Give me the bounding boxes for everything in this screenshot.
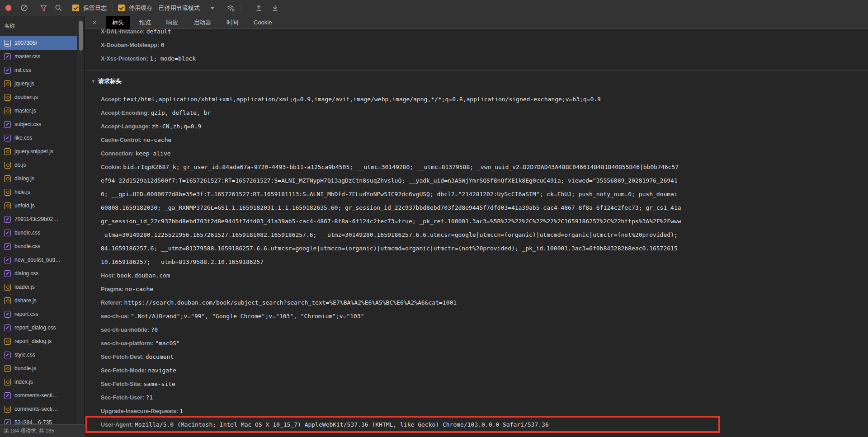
arrow-up-icon: [255, 5, 262, 11]
user-agent-header-line: User-Agent: Mozilla/5.0 (Macintosh; Inte…: [101, 418, 868, 431]
list-item[interactable]: bundle.css: [0, 226, 77, 240]
clear-button[interactable]: [20, 4, 28, 12]
request-list-pane: 名称 1007305/ master.css init.css jquery.j…: [0, 16, 85, 437]
search-icon: [55, 4, 62, 12]
list-item[interactable]: douban.js: [0, 90, 77, 104]
request-count-text: 第 184 项请求, 共 185: [4, 428, 54, 434]
list-item[interactable]: bundle.css: [0, 240, 77, 253]
list-item[interactable]: comments-secti…: [0, 402, 77, 416]
request-name: new_doulist_butt…: [14, 257, 61, 263]
filter-button[interactable]: [40, 5, 47, 12]
request-headers-section-toggle[interactable]: ▼ 请求标头: [91, 74, 122, 89]
disable-cache-checkbox[interactable]: [118, 5, 125, 11]
chevron-down-icon[interactable]: [210, 7, 215, 9]
request-list: 1007305/ master.css init.css jquery.js d…: [0, 36, 77, 429]
tab-响应[interactable]: 响应: [160, 16, 184, 29]
network-conditions-button[interactable]: [226, 4, 235, 12]
request-name: report.css: [14, 311, 38, 317]
request-name: dialog.js: [14, 175, 34, 182]
export-har-button[interactable]: [272, 5, 278, 11]
request-name: jquery.js: [14, 80, 34, 87]
list-item[interactable]: 7091143c29b02…: [0, 212, 77, 226]
file-type-icon: [4, 189, 11, 196]
header-name: Accept-Language:: [101, 123, 152, 130]
list-item[interactable]: jquery.snippet.js: [0, 145, 77, 158]
header-name: Sec-Fetch-User:: [101, 395, 146, 401]
header-name: sec-ch-ua:: [101, 313, 131, 320]
file-type-icon: [4, 67, 11, 74]
request-name: hide.js: [14, 189, 30, 195]
tab-时间[interactable]: 时间: [220, 16, 245, 29]
header-value: navigate: [148, 367, 176, 374]
header-line: 60808.1659182030; _ga_RXNMP372GL=GS1.1.1…: [101, 201, 868, 214]
list-item[interactable]: subject.css: [0, 117, 77, 131]
request-name: init.css: [14, 67, 31, 73]
list-item[interactable]: report_dialog.js: [0, 334, 77, 348]
file-type-icon: [4, 53, 11, 60]
triangle-down-icon: ▼: [91, 79, 95, 84]
request-name: jquery.snippet.js: [14, 148, 53, 155]
tab-Cookie[interactable]: Cookie: [247, 16, 278, 29]
header-value: 0: [161, 42, 165, 48]
header-name: Cache-Control:: [101, 137, 143, 143]
list-item[interactable]: jquery.js: [0, 77, 77, 90]
header-value: Mozilla/5.0 (Macintosh; Intel Mac OS X 1…: [135, 421, 549, 428]
list-item[interactable]: master.js: [0, 104, 77, 117]
devtools-network-panel: { "toolbar": { "preserve_log": "保留日志", "…: [0, 0, 868, 437]
list-item[interactable]: bundle.js: [0, 362, 77, 375]
request-name: comments-secti…: [14, 392, 58, 399]
preserve-log-label[interactable]: 保留日志: [83, 4, 107, 12]
preserve-log-checkbox[interactable]: [72, 5, 79, 11]
clear-icon: [20, 4, 28, 12]
list-item[interactable]: index.js: [0, 375, 77, 389]
tab-标头[interactable]: 标头: [106, 16, 130, 29]
list-item[interactable]: like.css: [0, 131, 77, 145]
header-name: Accept-Encoding:: [101, 110, 151, 116]
search-button[interactable]: [55, 4, 62, 12]
header-value: 1: [179, 408, 183, 414]
file-type-icon: [4, 230, 11, 236]
file-type-icon: [4, 270, 11, 277]
tab-启动器[interactable]: 启动器: [187, 16, 217, 29]
list-item[interactable]: report.css: [0, 307, 77, 321]
list-item[interactable]: do.js: [0, 158, 77, 172]
list-item[interactable]: init.css: [0, 63, 77, 77]
file-type-icon: [4, 148, 11, 155]
list-item[interactable]: style.css: [0, 348, 77, 362]
header-name: User-Agent:: [101, 422, 135, 428]
list-item[interactable]: new_doulist_butt…: [0, 253, 77, 267]
list-item[interactable]: 1007305/: [0, 36, 77, 50]
list-item[interactable]: dialog.css: [0, 267, 77, 280]
header-value: gr_session_id_22c937bbd8ebd703f2d8e9445f…: [101, 218, 681, 225]
disable-cache-label[interactable]: 停用缓存: [129, 4, 152, 12]
header-line: Referer: https://search.douban.com/book/…: [101, 296, 868, 309]
name-column-header[interactable]: 名称: [0, 16, 77, 36]
list-item[interactable]: dialog.js: [0, 172, 77, 185]
list-item[interactable]: comments-secti…: [0, 389, 77, 402]
list-item[interactable]: dshare.js: [0, 294, 77, 307]
header-line: 10.1659186257; __utmb=81379588.2.10.1659…: [101, 255, 868, 268]
record-button[interactable]: [5, 5, 11, 11]
detail-tabs: 标头预览响应启动器时间Cookie: [103, 16, 278, 29]
header-name: Upgrade-Insecure-Requests:: [101, 408, 179, 414]
header-name: sec-ch-ua-platform:: [101, 340, 155, 347]
list-item[interactable]: unfold.js: [0, 199, 77, 212]
import-har-button[interactable]: [255, 5, 262, 11]
close-icon[interactable]: ×: [90, 19, 99, 26]
file-type-icon: [4, 162, 11, 169]
sidebar-scrollbar-thumb[interactable]: [79, 21, 83, 51]
header-value: https://search.douban.com/book/subject_s…: [124, 299, 457, 306]
tab-预览[interactable]: 预览: [133, 16, 157, 29]
list-item[interactable]: report_dialog.css: [0, 321, 77, 334]
list-item[interactable]: master.css: [0, 50, 77, 63]
throttling-select[interactable]: 已停用节流模式: [159, 4, 200, 12]
list-item[interactable]: hide.js: [0, 185, 77, 199]
file-type-icon: [4, 311, 11, 318]
request-name: master.css: [14, 53, 40, 60]
list-item[interactable]: loader.js: [0, 280, 77, 294]
file-type-icon: [4, 297, 11, 304]
header-line: Accept: text/html,application/xhtml+xml,…: [101, 92, 868, 106]
header-line: _utma=30149280.1225521956.1657261527.165…: [101, 228, 868, 241]
header-line: Sec-Fetch-Dest: document: [101, 350, 868, 363]
header-name: sec-ch-ua-mobile:: [101, 327, 151, 333]
